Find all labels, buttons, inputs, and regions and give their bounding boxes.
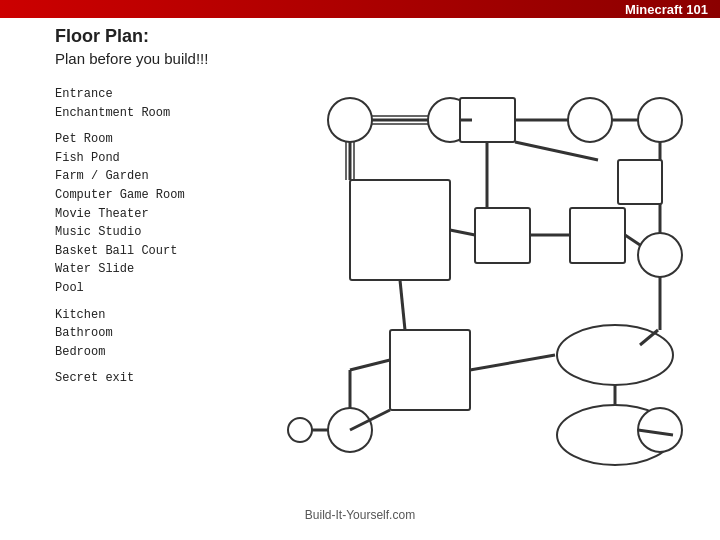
svg-line-21 [515, 142, 598, 160]
room-list: Entrance Enchantment Room Pet Room Fish … [55, 85, 185, 396]
room-item: Music Studio [55, 223, 185, 242]
room-item: Water Slide [55, 260, 185, 279]
room-item: Entrance [55, 85, 185, 104]
svg-line-30 [470, 355, 555, 370]
svg-rect-9 [618, 160, 662, 204]
page-title: Floor Plan: [55, 26, 149, 47]
svg-point-7 [638, 98, 682, 142]
svg-point-22 [557, 325, 673, 385]
svg-line-31 [400, 280, 405, 330]
svg-point-5 [568, 98, 612, 142]
floor-plan-diagram [260, 60, 690, 480]
room-item: Enchantment Room [55, 104, 185, 123]
room-item: Bathroom [55, 324, 185, 343]
room-item: Pool [55, 279, 185, 298]
svg-rect-13 [350, 180, 450, 280]
room-item: Basket Ball Court [55, 242, 185, 261]
svg-line-19 [625, 235, 640, 245]
room-item: Farm / Garden [55, 167, 185, 186]
room-item: Kitchen [55, 306, 185, 325]
svg-rect-28 [390, 330, 470, 410]
svg-point-11 [638, 233, 682, 277]
room-item: Movie Theater [55, 205, 185, 224]
room-section-4: Secret exit [55, 369, 185, 388]
room-item: Computer Game Room [55, 186, 185, 205]
room-section-3: Kitchen Bathroom Bedroom [55, 306, 185, 362]
brand-title: Minecraft 101 [625, 2, 708, 17]
room-item: Bedroom [55, 343, 185, 362]
footer-text: Build-It-Yourself.com [305, 508, 415, 522]
subtitle: Plan before you build!!! [55, 50, 208, 67]
svg-rect-15 [475, 208, 530, 263]
svg-point-0 [328, 98, 372, 142]
room-item: Fish Pond [55, 149, 185, 168]
room-item: Secret exit [55, 369, 185, 388]
svg-line-16 [450, 230, 475, 235]
room-item: Pet Room [55, 130, 185, 149]
svg-rect-17 [570, 208, 625, 263]
top-bar [0, 0, 720, 18]
svg-line-37 [350, 360, 390, 370]
svg-point-35 [288, 418, 312, 442]
room-section-1: Entrance Enchantment Room [55, 85, 185, 122]
room-section-2: Pet Room Fish Pond Farm / Garden Compute… [55, 130, 185, 297]
